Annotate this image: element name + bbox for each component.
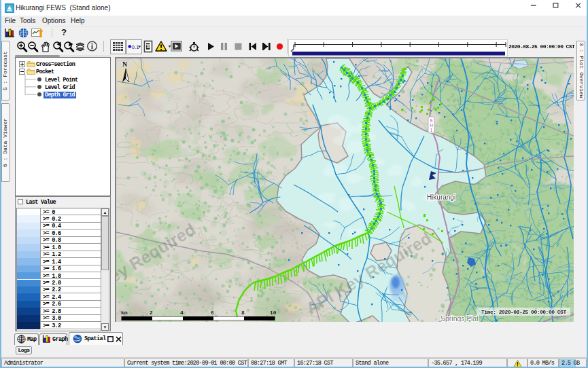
- svg-text:Time: 2020-08-25 00:00:00 CST: Time: 2020-08-25 00:00:00 CST: [481, 309, 566, 315]
- svg-text:1: 1: [430, 128, 433, 132]
- svg-text:4: 4: [180, 310, 184, 316]
- svg-text:N: N: [122, 60, 128, 68]
- svg-text:km: km: [121, 310, 128, 316]
- svg-text:6: 6: [211, 310, 214, 316]
- svg-text:8: 8: [241, 310, 245, 316]
- svg-text:S: S: [430, 118, 433, 123]
- svg-text:2: 2: [150, 310, 153, 316]
- svg-text:Springs Flat: Springs Flat: [440, 314, 479, 322]
- svg-text:Hikurangi: Hikurangi: [427, 194, 455, 201]
- svg-text:H: H: [430, 123, 433, 128]
- svg-text:10: 10: [270, 310, 277, 316]
